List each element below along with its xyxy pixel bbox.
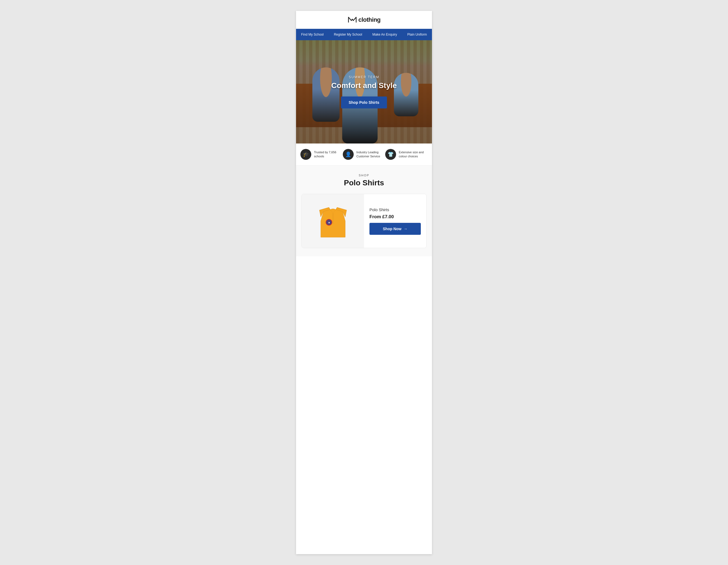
nav-find-my-school[interactable]: Find My School xyxy=(299,29,326,40)
shop-now-arrow: → xyxy=(404,227,407,231)
product-price: From £7.00 xyxy=(369,214,421,220)
shirt-icon: 👕 xyxy=(385,149,396,160)
nav-plain-uniform[interactable]: Plain Uniform xyxy=(405,29,429,40)
product-info: Polo Shirts From £7.00 Shop Now → xyxy=(364,194,426,248)
product-image-area: ★ xyxy=(302,194,364,248)
shop-section-title: Polo Shirts xyxy=(301,179,427,187)
shop-section: SHOP Polo Shirts xyxy=(296,166,432,256)
logo-brand-text: clothing xyxy=(358,16,381,23)
hero-content: SUMMER TERM Comfort and Style Shop Polo … xyxy=(331,75,397,108)
trust-item-schools: 🎓 Trusted by 7,656 schools xyxy=(300,149,343,160)
nav-make-an-enquiry[interactable]: Make An Enquiry xyxy=(370,29,399,40)
product-card: ★ Polo Shirts From £7.00 Shop Now → xyxy=(301,194,427,248)
trust-item-service: 👤 Industry Leading Customer Service xyxy=(343,149,385,160)
shop-now-label: Shop Now xyxy=(383,227,401,231)
trust-item-sizes: 👕 Extensive size and colour choices xyxy=(385,149,428,160)
logo[interactable]: clothing xyxy=(347,16,381,24)
hero-title: Comfort and Style xyxy=(331,81,397,90)
trust-bar: 🎓 Trusted by 7,656 schools 👤 Industry Le… xyxy=(296,143,432,166)
logo-icon xyxy=(347,16,357,24)
trust-text-service: Industry Leading Customer Service xyxy=(356,150,385,159)
svg-text:★: ★ xyxy=(328,221,330,224)
nav-register-my-school[interactable]: Register My School xyxy=(332,29,364,40)
page-wrapper: clothing Find My School Register My Scho… xyxy=(296,11,432,554)
trust-text-sizes: Extensive size and colour choices xyxy=(399,150,428,159)
product-name: Polo Shirts xyxy=(369,207,421,212)
hero-cta-button[interactable]: Shop Polo Shirts xyxy=(341,96,387,108)
header: clothing xyxy=(296,11,432,29)
shop-now-button[interactable]: Shop Now → xyxy=(369,223,421,235)
trust-text-schools: Trusted by 7,656 schools xyxy=(314,150,343,159)
headset-icon: 👤 xyxy=(343,149,354,160)
hero-subtitle: SUMMER TERM xyxy=(331,75,397,79)
shop-label: SHOP xyxy=(301,174,427,177)
main-nav: Find My School Register My School Make A… xyxy=(296,29,432,40)
graduation-icon: 🎓 xyxy=(300,149,311,160)
hero-section: SUMMER TERM Comfort and Style Shop Polo … xyxy=(296,40,432,143)
polo-shirt-image: ★ xyxy=(315,202,351,240)
